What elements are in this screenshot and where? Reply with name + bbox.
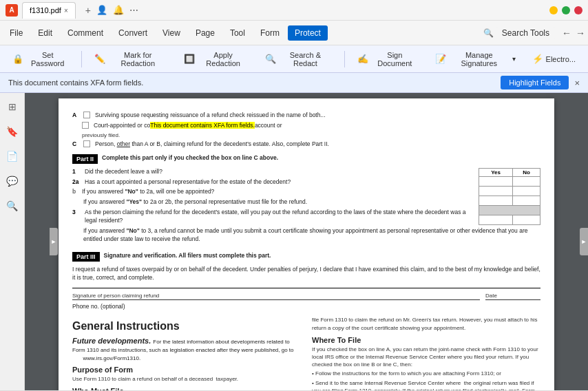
q3-num: 3 xyxy=(72,209,82,215)
apply-redaction-button[interactable]: 🔲 Apply Redaction xyxy=(177,48,255,70)
close-button[interactable] xyxy=(574,6,582,14)
sidebar-pages-icon[interactable]: 📄 xyxy=(3,148,21,165)
more-icon[interactable]: ⋯ xyxy=(129,5,138,15)
document-tab[interactable]: f1310.pdf × xyxy=(22,2,76,19)
sign-document-label: Sign Document xyxy=(371,51,419,67)
q2b-text: If you answered "No" to 2a, will one be … xyxy=(82,188,214,196)
set-password-button[interactable]: 🔒 Set Password xyxy=(6,48,76,70)
yes-no-grid: Yes No xyxy=(479,168,540,225)
phone-label: Phone no. (optional) xyxy=(72,303,125,310)
row-c-text: Person, other than A or B, claiming refu… xyxy=(95,140,329,149)
part2-title: Complete this part only if you checked t… xyxy=(102,154,278,162)
search-redact-icon: 🔍 xyxy=(265,54,276,64)
row-b-text: Court-appointed or coThis document conta… xyxy=(94,122,282,130)
mark-redaction-button[interactable]: ✏️ Mark for Redaction xyxy=(87,48,174,70)
sidebar-comment-icon[interactable]: 💬 xyxy=(3,173,21,189)
menu-tool[interactable]: Tool xyxy=(223,25,252,41)
left-sidebar: ⊞ 🔖 📄 💬 🔍 xyxy=(0,93,25,390)
add-tab-button[interactable]: + xyxy=(80,3,96,18)
purpose-text: Use Form 1310 to claim a refund on behal… xyxy=(72,375,301,383)
q2a: 2a Has a court appointed a personal repr… xyxy=(72,178,473,187)
menubar: File Edit Comment Convert View Page Tool… xyxy=(0,21,588,45)
forward-nav-icon[interactable]: → xyxy=(576,28,585,39)
menu-search-area: 🔍 Search Tools xyxy=(483,27,555,39)
q1-text: Did the decedent leave a will? xyxy=(85,168,162,176)
row-a: A Surviving spouse requesting reissuance… xyxy=(72,112,540,120)
notification-bar: This document contains XFA form fields. … xyxy=(0,73,588,93)
protect-toolbar: 🔒 Set Password ✏️ Mark for Redaction 🔲 A… xyxy=(0,45,588,73)
checkbox-b xyxy=(82,122,89,129)
lock-icon: 🔒 xyxy=(12,54,23,64)
general-title: General Instructions xyxy=(72,320,301,332)
menu-comment[interactable]: Comment xyxy=(61,25,110,41)
left-col: General Instructions Future developments… xyxy=(72,316,301,390)
maximize-button[interactable] xyxy=(562,6,570,14)
sidebar-bookmark-icon[interactable]: 🔖 xyxy=(3,123,21,140)
q2b: b If you answered "No" to 2a, will one b… xyxy=(72,188,473,196)
where-bullet2: • Send it to the same Internal Revenue S… xyxy=(312,379,540,390)
electro-button[interactable]: ⚡ Electro... xyxy=(525,51,582,67)
q2a-text: Has a court appointed a personal represe… xyxy=(85,178,291,187)
checkbox-a xyxy=(83,112,90,118)
menu-view[interactable]: View xyxy=(156,25,187,41)
sidebar-home-icon[interactable]: ⊞ xyxy=(6,98,19,115)
sidebar-search-icon[interactable]: 🔍 xyxy=(3,198,21,214)
part2-header: Part II xyxy=(72,154,98,164)
purpose-title: Purpose of Form xyxy=(72,366,301,374)
titlebar: A f1310.pdf × + 👤 🔔 ⋯ xyxy=(0,0,588,21)
left-page-arrow[interactable]: ► xyxy=(50,228,58,255)
menu-page[interactable]: Page xyxy=(189,25,222,41)
menu-edit[interactable]: Edit xyxy=(31,25,59,41)
row-b-sub: previously filed. xyxy=(82,132,540,138)
back-nav-icon[interactable]: ← xyxy=(562,28,571,39)
menu-file[interactable]: File xyxy=(3,25,30,41)
content-area[interactable]: ► ► A Surviving spouse requesting reissu… xyxy=(25,93,588,390)
toolbar-divider-1 xyxy=(81,51,82,67)
pdf-rows-abc: A Surviving spouse requesting reissuance… xyxy=(72,112,540,149)
apply-redaction-label: Apply Redaction xyxy=(198,51,249,67)
search-icon: 🔍 xyxy=(483,28,494,38)
q1: 1 Did the decedent leave a will? xyxy=(72,168,473,176)
sign-document-button[interactable]: ✍️ Sign Document xyxy=(350,48,426,70)
apply-redaction-icon: 🔲 xyxy=(184,54,195,64)
phone-line: Phone no. (optional) xyxy=(72,303,540,311)
where-title: Where To File xyxy=(312,336,540,344)
q1-num: 1 xyxy=(72,168,82,175)
menu-form[interactable]: Form xyxy=(253,25,286,41)
sign-icon: ✍️ xyxy=(357,54,368,64)
manage-signatures-label: Manage Signatures xyxy=(449,51,510,67)
where-bullet1: • Follow the instructions for the form t… xyxy=(312,370,540,377)
titlebar-icons: 👤 🔔 ⋯ xyxy=(96,5,138,15)
bell-icon[interactable]: 🔔 xyxy=(113,5,124,15)
manage-signatures-button[interactable]: 📝 Manage Signatures ▾ xyxy=(428,48,523,70)
mark-redaction-label: Mark for Redaction xyxy=(108,51,167,67)
mark-redaction-icon: ✏️ xyxy=(94,54,105,64)
app-icon: A xyxy=(6,4,18,17)
part3-header: Part III xyxy=(72,252,100,262)
row-a-text: Surviving spouse requesting reissuance o… xyxy=(95,112,326,120)
part3-title: Signature and verification. All filers m… xyxy=(104,252,271,260)
highlight-fields-button[interactable]: Highlight Fields xyxy=(501,76,569,89)
pdf-page: A Surviving spouse requesting reissuance… xyxy=(59,98,554,390)
minimize-button[interactable] xyxy=(549,6,558,14)
set-password-label: Set Password xyxy=(26,51,69,67)
toolbar-divider-2 xyxy=(344,51,345,67)
signatures-icon: 📝 xyxy=(435,54,446,64)
electro-label: Electro... xyxy=(546,55,576,63)
search-tools-label[interactable]: Search Tools xyxy=(496,27,555,39)
row-b: Court-appointed or coThis document conta… xyxy=(82,122,540,130)
profile-icon[interactable]: 👤 xyxy=(96,5,107,15)
notification-close-button[interactable]: × xyxy=(574,78,580,88)
menu-protect[interactable]: Protect xyxy=(288,25,328,41)
right-page-arrow[interactable]: ► xyxy=(580,228,588,255)
menu-convert[interactable]: Convert xyxy=(112,25,154,41)
notification-text: This document contains XFA form fields. xyxy=(8,78,501,87)
q3: 3 As the person claiming the refund for … xyxy=(72,209,473,225)
q3-text: As the person claiming the refund for th… xyxy=(85,209,473,225)
instructions-two-col: General Instructions Future developments… xyxy=(72,316,540,390)
tab-close-button[interactable]: × xyxy=(64,7,68,14)
main-container: ⊞ 🔖 📄 💬 🔍 ► ► A Surviving spouse request… xyxy=(0,93,588,390)
tab-filename: f1310.pdf xyxy=(30,6,61,14)
search-redact-button[interactable]: 🔍 Search & Redact xyxy=(258,48,339,70)
row-a-label: A xyxy=(72,112,81,118)
